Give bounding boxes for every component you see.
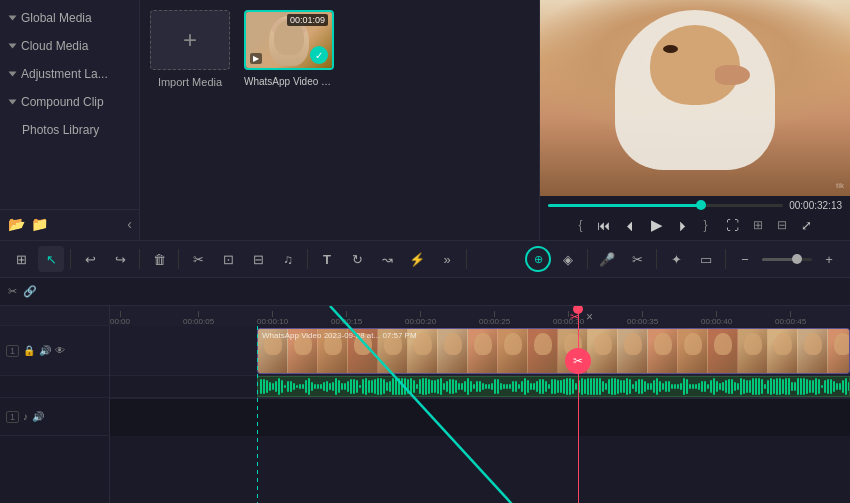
zoom-out-btn[interactable]: − (732, 246, 758, 272)
music-volume-icon[interactable]: 🔊 (32, 411, 44, 422)
tiktok-watermark: tik (836, 181, 844, 190)
step-back-btn[interactable]: ⏴ (621, 216, 640, 235)
ruler-tick-10: 00:00:10 (257, 311, 288, 326)
lock-icon[interactable]: 🔒 (23, 345, 35, 356)
arrow-icon (9, 72, 17, 77)
ruler-tick-15: 00:00:15 (331, 311, 362, 326)
sidebar-item-photos-library[interactable]: Photos Library (0, 116, 139, 144)
delete-btn[interactable]: 🗑 (146, 246, 172, 272)
time-display: 00:00:32:13 (789, 200, 842, 211)
cut-controls: ✂ × (570, 318, 589, 332)
video-track-num: 1 (6, 345, 19, 357)
redo-btn[interactable]: ↪ (107, 246, 133, 272)
copy-btn[interactable]: ⊡ (215, 246, 241, 272)
thumb-type-icon: ▶ (250, 53, 262, 64)
extra-bracket-1[interactable]: ⊞ (750, 216, 766, 234)
sidebar-item-label: Adjustment La... (21, 67, 108, 81)
bottom-area: ⊞ ↖ ↩ ↪ 🗑 ✂ ⊡ ⊟ ♫ T ↻ ↝ ⚡ » ⊕ ◈ 🎤 ✂ ✦ ▭ … (0, 240, 850, 503)
cut-indicator-btn[interactable]: ✂ (565, 348, 591, 374)
paste-btn[interactable]: ⊟ (245, 246, 271, 272)
select-tool-btn[interactable]: ↖ (38, 246, 64, 272)
eye-icon[interactable]: 👁 (55, 345, 65, 356)
separator-8 (725, 249, 726, 269)
arrow-icon (9, 100, 17, 105)
ruler-tick-20: 00:00:20 (405, 311, 436, 326)
timeline-tracks: 00:00 00:00:05 00:00:10 00:00:15 00:00:2… (110, 306, 850, 503)
preview-controls: 00:00:32:13 { ⏮ ⏴ ▶ ⏵ } ⛶ ⊞ ⊟ ⤢ (540, 196, 850, 240)
arrow-icon (9, 16, 17, 21)
ruler-tick-45: 00:00:45 (775, 311, 806, 326)
effect-btn[interactable]: ✦ (663, 246, 689, 272)
audio-track-row: const bars = Array(200).fill(0).map((_, … (110, 376, 850, 398)
separator-5 (466, 249, 467, 269)
mic-btn[interactable]: 🎤 (594, 246, 620, 272)
rotate-btn[interactable]: ↻ (344, 246, 370, 272)
undo-btn[interactable]: ↩ (77, 246, 103, 272)
ruler-marks: 00:00 00:00:05 00:00:10 00:00:15 00:00:2… (110, 306, 850, 326)
audio-tool-btn[interactable]: ♫ (275, 246, 301, 272)
toolbar: ⊞ ↖ ↩ ↪ 🗑 ✂ ⊡ ⊟ ♫ T ↻ ↝ ⚡ » ⊕ ◈ 🎤 ✂ ✦ ▭ … (0, 240, 850, 278)
collapse-icon[interactable]: ‹ (127, 216, 132, 232)
play-btn[interactable]: ▶ (648, 214, 666, 236)
sidebar-item-label: Photos Library (22, 123, 99, 137)
preview-video: tik (540, 0, 850, 196)
import-media-button[interactable]: + Import Media (150, 10, 230, 88)
music-track-label: 1 ♪ 🔊 (0, 398, 109, 436)
split-btn[interactable]: ✂ (624, 246, 650, 272)
sidebar-item-label: Cloud Media (21, 39, 88, 53)
ruler-tick-35: 00:00:35 (627, 311, 658, 326)
text-tool-btn[interactable]: T (314, 246, 340, 272)
ruler-tick-5: 00:00:05 (183, 311, 214, 326)
video-clip[interactable]: WhatsApp Video 2023-09-28 at... 07:57 PM… (257, 328, 850, 374)
bracket-left-btn[interactable]: { (575, 216, 585, 234)
import-box: + (150, 10, 230, 70)
sidebar-item-global-media[interactable]: Global Media (0, 4, 139, 32)
sidebar-item-label: Compound Clip (21, 95, 104, 109)
step-fwd-btn[interactable]: ⏵ (674, 216, 693, 235)
grid-tool-btn[interactable]: ⊞ (8, 246, 34, 272)
ruler-close-icon[interactable]: × (586, 310, 593, 324)
zoom-slider[interactable] (762, 258, 812, 261)
ruler: 00:00 00:00:05 00:00:10 00:00:15 00:00:2… (110, 306, 850, 326)
separator-6 (587, 249, 588, 269)
fx-btn[interactable]: ↝ (374, 246, 400, 272)
scissors-icon: ✂ (573, 354, 583, 368)
caption-btn[interactable]: ▭ (693, 246, 719, 272)
music-track-row (110, 398, 850, 436)
cut-btn[interactable]: ✂ (185, 246, 211, 272)
sidebar-item-adjustment[interactable]: Adjustment La... (0, 60, 139, 88)
folder-icon[interactable]: 📂 (8, 216, 25, 232)
thumb-box: 00:01:09 ✓ ▶ (244, 10, 334, 70)
more-btn[interactable]: » (434, 246, 460, 272)
extra-bracket-2[interactable]: ⊟ (774, 216, 790, 234)
zoom-in-btn[interactable]: + (816, 246, 842, 272)
preview-pane: tik 00:00:32:13 { ⏮ ⏴ ▶ ⏵ } ⛶ ⊞ ⊟ (540, 0, 850, 240)
rewind-btn[interactable]: ⏮ (594, 216, 613, 235)
bracket-right-btn[interactable]: } (701, 216, 711, 234)
separator-3 (178, 249, 179, 269)
speed-btn[interactable]: ⚡ (404, 246, 430, 272)
import-label: Import Media (158, 76, 222, 88)
sidebar: Global Media Cloud Media Adjustment La..… (0, 0, 140, 240)
th-scissors-icon[interactable]: ✂ (8, 285, 17, 298)
sidebar-item-cloud-media[interactable]: Cloud Media (0, 32, 139, 60)
waveform-bars: const bars = Array(200).fill(0).map((_, … (258, 377, 850, 396)
thumb-duration: 00:01:09 (287, 14, 328, 26)
thumb-check-icon: ✓ (310, 46, 328, 64)
new-folder-icon[interactable]: 📁 (31, 216, 48, 232)
media-browser: + Import Media 00:01:09 ✓ (140, 0, 540, 240)
volume-icon[interactable]: 🔊 (39, 345, 51, 356)
track-labels: 1 🔒 🔊 👁 1 ♪ 🔊 (0, 306, 110, 503)
timeline-header: ✂ 🔗 (0, 278, 850, 306)
sidebar-item-compound-clip[interactable]: Compound Clip (0, 88, 139, 116)
marker-btn[interactable]: ◈ (555, 246, 581, 272)
expand-btn[interactable]: ⤢ (798, 216, 815, 235)
music-icon[interactable]: ♪ (23, 411, 28, 422)
th-link-icon[interactable]: 🔗 (23, 285, 37, 298)
snap-btn[interactable]: ⊕ (525, 246, 551, 272)
sidebar-item-label: Global Media (21, 11, 92, 25)
volume-slider[interactable] (548, 204, 783, 207)
fullscreen-btn[interactable]: ⛶ (723, 216, 742, 235)
separator-1 (70, 249, 71, 269)
video-thumbnail[interactable]: 00:01:09 ✓ ▶ WhatsApp Video 202... (244, 10, 334, 87)
